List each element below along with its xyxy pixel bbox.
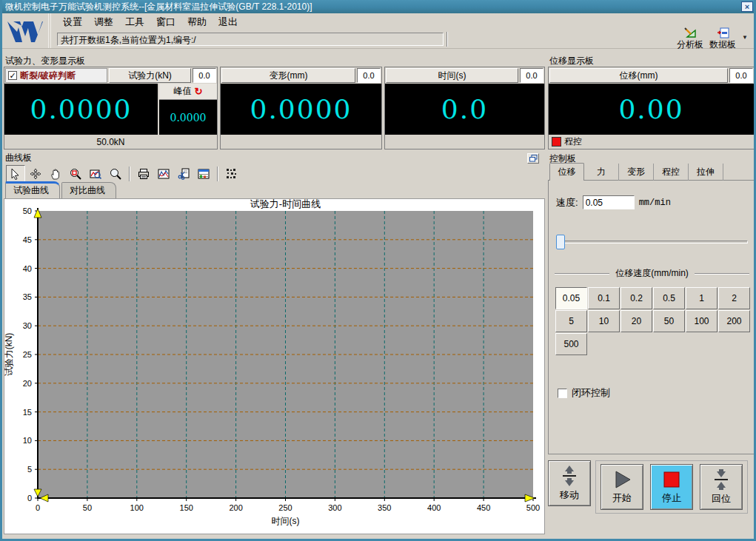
analyze-board-label: 分析板 [677,38,703,51]
data-status-field: 共打开数据1条,当前位置为1,编号:/ [57,33,444,46]
speed-preset-100[interactable]: 100 [686,310,717,332]
divider [217,167,218,181]
pan-tool-button[interactable] [46,165,65,183]
closed-loop-label: 闭环控制 [572,386,610,400]
slider-track[interactable] [556,241,748,243]
svg-text:200: 200 [229,503,242,512]
speed-preset-5[interactable]: 5 [555,310,587,332]
stop-button-label: 停止 [662,491,681,505]
print-button[interactable] [134,165,153,183]
closed-loop-checkbox[interactable]: 闭环控制 [555,386,749,400]
curve-tabs: 试验曲线 对比曲线 [4,184,545,198]
speed-preset-0.2[interactable]: 0.2 [620,287,652,309]
chart-area[interactable]: 0501001502002503003504004505000510152025… [4,198,545,534]
speed-preset-0.5[interactable]: 0.5 [653,287,685,309]
stop-square-icon [662,470,681,489]
restore-window-button[interactable] [527,153,539,164]
speed-preset-1[interactable]: 1 [686,287,717,309]
speed-unit-label: mm/min [639,198,671,208]
cursor-tool-button[interactable] [6,165,25,183]
chart-toolbar [4,164,545,184]
noise-filter-button[interactable] [222,165,241,183]
speed-input[interactable] [583,195,635,209]
curve-style-button[interactable] [154,165,173,183]
deform-aux-value: 0.0 [357,68,381,83]
zoom-box-tool-button[interactable] [66,165,85,183]
move-button[interactable]: 移动 [548,460,591,506]
checkbox-checked-icon[interactable]: ✓ [8,71,17,80]
displacement-panel: 位移显示板 位移(mm) 0.0 0.00 程控 [548,55,755,149]
deform-display-group: 变形(mm) 0.0 0.0000 [220,67,382,149]
svg-text:50: 50 [83,503,92,512]
zoom-curve-tool-button[interactable] [86,165,105,183]
snip-page-button[interactable] [174,165,193,183]
speed-preset-10[interactable]: 10 [588,310,620,332]
svg-text:300: 300 [328,503,341,512]
displacement-value-display: 0.00 [549,84,754,135]
force-deform-panel: 试验力、变形显示板 ✓ 断裂/破碎判断 试验力(kN) 0.0 0.0000 [4,55,545,149]
move-tool-button[interactable] [26,165,45,183]
return-position-icon [712,469,731,490]
status-row: 共打开数据1条,当前位置为1,编号:/ 分析板 [48,30,754,48]
speed-preset-500[interactable]: 500 [555,333,587,355]
menu-adjust[interactable]: 调整 [88,14,119,30]
data-board-label: 数据板 [709,38,736,51]
svg-text:20: 20 [23,379,32,388]
home-button[interactable]: 回位 [700,464,743,510]
svg-text:500: 500 [526,503,540,512]
tab-test-curve[interactable]: 试验曲线 [5,181,60,198]
start-button[interactable]: 开始 [601,464,643,510]
menu-exit[interactable]: 退出 [213,14,244,30]
speed-preset-0.05[interactable]: 0.05 [555,287,587,309]
menu-bar: 设置 调整 工具 窗口 帮助 退出 [48,13,754,30]
force-channel-button[interactable]: 试验力(kN) [109,68,191,83]
tab-compare-curve[interactable]: 对比曲线 [61,182,116,198]
control-tabs: 位移 力 变形 程控 拉伸 [548,164,756,180]
tab-tensile[interactable]: 拉伸 [689,164,723,181]
home-button-label: 回位 [712,492,731,505]
break-judge-checkbox[interactable]: ✓ 断裂/破碎判断 [5,68,107,83]
menu-window[interactable]: 窗口 [150,14,181,30]
divider [129,167,130,181]
speed-preset-0.1[interactable]: 0.1 [588,287,620,309]
checkbox-unchecked-icon[interactable] [558,389,567,398]
zoom-box-icon [70,168,81,180]
menu-help[interactable]: 帮助 [181,14,213,30]
peak-reset-icon[interactable]: ↻ [195,86,203,97]
load-capacity-label: 50.0kN [4,135,217,149]
tab-program[interactable]: 程控 [654,164,689,181]
time-value-display: 0.0 [385,84,544,135]
displacement-channel-button[interactable]: 位移(mm) [549,68,728,83]
force-display-group: ✓ 断裂/破碎判断 试验力(kN) 0.0 0.0000 峰值 ↻ [4,67,218,149]
speed-preset-20[interactable]: 20 [620,310,652,332]
deform-channel-button[interactable]: 变形(mm) [221,68,355,83]
toolbar-dropdown-arrow[interactable]: ▼ [742,34,748,41]
menu-settings[interactable]: 设置 [57,14,88,30]
tab-force[interactable]: 力 [584,164,619,181]
data-board-button[interactable]: 数据板 [706,27,739,52]
close-button[interactable]: × [741,1,753,12]
data-table-button[interactable] [194,165,213,183]
start-button-label: 开始 [612,491,632,505]
svg-text:0: 0 [36,503,40,512]
tab-displacement[interactable]: 位移 [549,163,584,181]
analyze-board-button[interactable]: 分析板 [674,27,706,52]
speed-preset-200[interactable]: 200 [718,310,750,332]
speed-slider[interactable] [555,235,749,249]
magnifier-tool-button[interactable] [106,165,125,183]
svg-text:150: 150 [180,503,193,512]
logo-icon [6,17,44,45]
program-control-indicator [552,137,561,147]
force-value-display: 0.0000 [4,84,158,135]
speed-preset-50[interactable]: 50 [653,310,685,332]
deform-value-display: 0.0000 [221,84,381,135]
tab-deform[interactable]: 变形 [619,164,654,181]
speed-preset-2[interactable]: 2 [718,287,750,309]
svg-text:35: 35 [23,292,32,301]
time-channel-button[interactable]: 时间(s) [386,68,518,83]
pan-hand-icon [50,168,61,180]
force-aux-value: 0.0 [193,68,216,83]
stop-button[interactable]: 停止 [650,464,693,510]
slider-thumb[interactable] [556,235,565,249]
menu-tools[interactable]: 工具 [119,14,150,30]
